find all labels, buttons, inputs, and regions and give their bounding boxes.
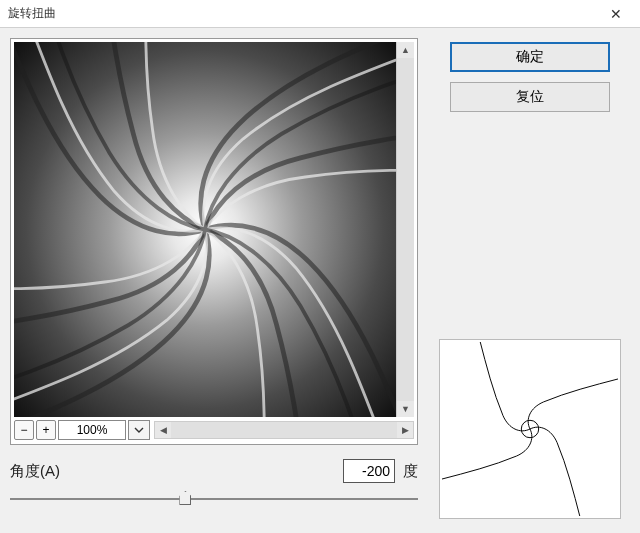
- horizontal-scrollbar[interactable]: ◀ ▶: [154, 421, 414, 439]
- scroll-track[interactable]: [171, 422, 397, 438]
- close-button[interactable]: ✕: [600, 0, 632, 27]
- dialog-title: 旋转扭曲: [8, 5, 56, 22]
- ok-button[interactable]: 确定: [450, 42, 610, 72]
- left-panel: ▲ ▼ − + 100% ◀: [10, 38, 418, 523]
- scroll-right-icon[interactable]: ▶: [397, 422, 413, 438]
- scroll-down-icon[interactable]: ▼: [397, 401, 414, 417]
- reset-button[interactable]: 复位: [450, 82, 610, 112]
- title-bar: 旋转扭曲 ✕: [0, 0, 640, 28]
- angle-unit: 度: [403, 462, 418, 481]
- plus-icon: +: [42, 423, 49, 437]
- scroll-up-icon[interactable]: ▲: [397, 42, 414, 58]
- angle-input[interactable]: [343, 459, 395, 483]
- right-panel: 确定 复位: [430, 38, 630, 523]
- scroll-left-icon[interactable]: ◀: [155, 422, 171, 438]
- vertical-scrollbar[interactable]: ▲ ▼: [396, 42, 414, 417]
- wireframe-preview: [439, 339, 621, 519]
- chevron-down-icon: [134, 427, 144, 433]
- ok-button-label: 确定: [516, 48, 544, 66]
- dialog-content: ▲ ▼ − + 100% ◀: [0, 28, 640, 533]
- zoom-dropdown-button[interactable]: [128, 420, 150, 440]
- slider-thumb[interactable]: [179, 491, 191, 505]
- slider-track: [10, 498, 418, 500]
- angle-label: 角度(A): [10, 462, 335, 481]
- zoom-value[interactable]: 100%: [58, 420, 126, 440]
- minus-icon: −: [20, 423, 27, 437]
- angle-slider[interactable]: [10, 489, 418, 509]
- reset-button-label: 复位: [516, 88, 544, 106]
- angle-row: 角度(A) 度: [10, 459, 418, 483]
- zoom-in-button[interactable]: +: [36, 420, 56, 440]
- preview-frame: ▲ ▼ − + 100% ◀: [10, 38, 418, 445]
- preview-image[interactable]: [14, 42, 396, 417]
- close-icon: ✕: [610, 6, 622, 22]
- scroll-track[interactable]: [397, 58, 414, 401]
- zoom-out-button[interactable]: −: [14, 420, 34, 440]
- zoom-controls: − + 100% ◀ ▶: [14, 419, 414, 441]
